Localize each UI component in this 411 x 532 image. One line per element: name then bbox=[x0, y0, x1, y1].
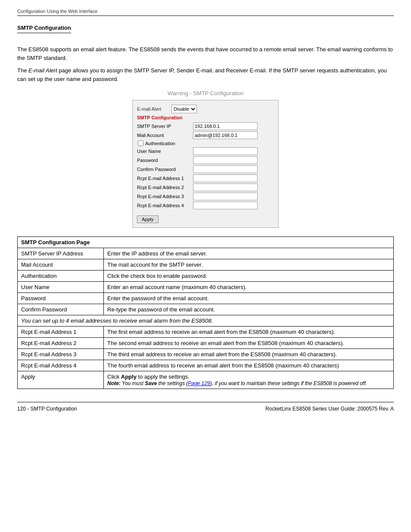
row-rcpt3-label: Rcpt E-mail Address 3 bbox=[18, 349, 104, 360]
rcpt2-input[interactable] bbox=[193, 184, 258, 191]
rcpt1-input[interactable] bbox=[193, 174, 258, 182]
row-confirm-password-desc: Re-type the password of the email accoun… bbox=[104, 304, 394, 315]
desc2-italic: E-mail Alert bbox=[28, 67, 57, 74]
header-text: Configuration Using the Web Interface bbox=[17, 9, 97, 14]
row-authentication-label: Authentication bbox=[18, 271, 104, 282]
password-row: Password bbox=[137, 156, 272, 164]
table-apply-row: Apply Click Apply to apply the settings.… bbox=[18, 371, 394, 389]
row-rcpt4-desc: The fourth email address to receive an e… bbox=[104, 360, 394, 371]
row-rcpt1-desc: The first email address to receive an em… bbox=[104, 327, 394, 338]
table-row: User Name Enter an email account name (m… bbox=[18, 282, 394, 293]
authentication-row: Authentication bbox=[137, 140, 272, 146]
mail-account-label: Mail Account bbox=[137, 133, 193, 138]
apply-button-container: Apply bbox=[137, 213, 272, 223]
desc2-prefix: The bbox=[17, 67, 28, 74]
section-title: SMTP Configuration bbox=[17, 25, 71, 33]
smtp-server-ip-input[interactable] bbox=[193, 122, 258, 130]
rcpt2-label: Rcpt E-mail Address 2 bbox=[137, 185, 193, 190]
desc2-suffix: page allows you to assign the SMTP Serve… bbox=[17, 67, 387, 82]
table-row: Password Enter the password of the email… bbox=[18, 293, 394, 304]
user-name-input[interactable] bbox=[193, 147, 258, 155]
rcpt4-row: Rcpt E-mail Address 4 bbox=[137, 202, 272, 209]
footer-right: RocketLinx ES8508 Series User Guide: 200… bbox=[265, 406, 394, 412]
page-header: Configuration Using the Web Interface bbox=[17, 9, 394, 16]
row-smtp-server-ip-desc: Enter the IP address of the email server… bbox=[104, 248, 394, 259]
apply-button[interactable]: Apply bbox=[137, 215, 159, 223]
page-129-link[interactable]: Page 129 bbox=[188, 380, 210, 386]
rcpt1-row: Rcpt E-mail Address 1 bbox=[137, 174, 272, 182]
apply-note-bold: Note: bbox=[107, 380, 121, 386]
rcpt2-row: Rcpt E-mail Address 2 bbox=[137, 184, 272, 191]
row-rcpt4-label: Rcpt E-mail Address 4 bbox=[18, 360, 104, 371]
row-mail-account-label: Mail Account bbox=[18, 259, 104, 271]
italic-row-text: You can set up to 4 email addresses to r… bbox=[18, 315, 394, 327]
reference-table: SMTP Configuration Page SMTP Server IP A… bbox=[17, 236, 394, 389]
apply-row-label: Apply bbox=[18, 371, 104, 389]
apply-click-text: Click Apply to apply the settings. bbox=[107, 373, 190, 380]
confirm-password-input[interactable] bbox=[193, 165, 258, 173]
warning-title: Warning - SMTP Configuration bbox=[168, 90, 243, 96]
table-row: Rcpt E-mail Address 3 The third email ad… bbox=[18, 349, 394, 360]
row-password-label: Password bbox=[18, 293, 104, 304]
smtp-server-ip-label: SMTP Server IP bbox=[137, 124, 193, 129]
email-alert-label: E-mail Alert bbox=[137, 106, 171, 112]
footer-left: 120 - SMTP Configuration bbox=[17, 406, 77, 412]
smtp-server-ip-row: SMTP Server IP bbox=[137, 122, 272, 130]
mail-account-row: Mail Account bbox=[137, 131, 272, 139]
rcpt1-label: Rcpt E-mail Address 1 bbox=[137, 176, 193, 181]
apply-note: Note: You must Save the settings (Page 1… bbox=[107, 380, 367, 386]
table-row: Authentication Click the check box to en… bbox=[18, 271, 394, 282]
authentication-label: Authentication bbox=[145, 141, 175, 146]
authentication-checkbox[interactable] bbox=[138, 140, 143, 146]
user-name-label: User Name bbox=[137, 149, 193, 154]
email-alert-select[interactable]: Disable Enable bbox=[171, 105, 197, 113]
smtp-config-sublabel: SMTP Configuration bbox=[137, 115, 272, 120]
rcpt3-input[interactable] bbox=[193, 193, 258, 200]
rcpt3-row: Rcpt E-mail Address 3 bbox=[137, 193, 272, 200]
confirm-password-row: Confirm Password bbox=[137, 165, 272, 173]
row-rcpt3-desc: The third email address to receive an em… bbox=[104, 349, 394, 360]
rcpt3-label: Rcpt E-mail Address 3 bbox=[137, 194, 193, 199]
confirm-password-label: Confirm Password bbox=[137, 167, 193, 172]
rcpt4-label: Rcpt E-mail Address 4 bbox=[137, 203, 193, 208]
description-para1: The ES8508 supports an email alert featu… bbox=[17, 45, 394, 62]
row-user-name-desc: Enter an email account name (maximum 40 … bbox=[104, 282, 394, 293]
password-label: Password bbox=[137, 158, 193, 163]
table-row: Confirm Password Re-type the password of… bbox=[18, 304, 394, 315]
table-header-row: SMTP Configuration Page bbox=[18, 237, 394, 248]
table-row: Rcpt E-mail Address 1 The first email ad… bbox=[18, 327, 394, 338]
row-smtp-server-ip-label: SMTP Server IP Address bbox=[18, 248, 104, 259]
row-confirm-password-label: Confirm Password bbox=[18, 304, 104, 315]
page-footer: 120 - SMTP Configuration RocketLinx ES85… bbox=[17, 402, 394, 412]
mail-account-input[interactable] bbox=[193, 131, 258, 139]
row-rcpt1-label: Rcpt E-mail Address 1 bbox=[18, 327, 104, 338]
email-alert-row: E-mail Alert Disable Enable bbox=[137, 105, 272, 113]
row-mail-account-desc: The mail account for the SMTP server. bbox=[104, 259, 394, 271]
table-row: Rcpt E-mail Address 2 The second email a… bbox=[18, 338, 394, 349]
form-container: Warning - SMTP Configuration E-mail Aler… bbox=[17, 90, 394, 228]
apply-row-desc: Click Apply to apply the settings. Note:… bbox=[104, 371, 394, 389]
description-para2: The E-mail Alert page allows you to assi… bbox=[17, 66, 394, 83]
table-row: Mail Account The mail account for the SM… bbox=[18, 259, 394, 271]
table-header: SMTP Configuration Page bbox=[18, 237, 394, 248]
password-input[interactable] bbox=[193, 156, 258, 164]
form-box: E-mail Alert Disable Enable SMTP Configu… bbox=[132, 100, 279, 228]
apply-note-save: Save bbox=[145, 380, 157, 386]
row-user-name-label: User Name bbox=[18, 282, 104, 293]
user-name-row: User Name bbox=[137, 147, 272, 155]
row-authentication-desc: Click the check box to enable password. bbox=[104, 271, 394, 282]
row-password-desc: Enter the password of the email account. bbox=[104, 293, 394, 304]
table-row: SMTP Server IP Address Enter the IP addr… bbox=[18, 248, 394, 259]
row-rcpt2-label: Rcpt E-mail Address 2 bbox=[18, 338, 104, 349]
table-italic-row: You can set up to 4 email addresses to r… bbox=[18, 315, 394, 327]
row-rcpt2-desc: The second email address to receive an e… bbox=[104, 338, 394, 349]
table-row: Rcpt E-mail Address 4 The fourth email a… bbox=[18, 360, 394, 371]
rcpt4-input[interactable] bbox=[193, 202, 258, 209]
